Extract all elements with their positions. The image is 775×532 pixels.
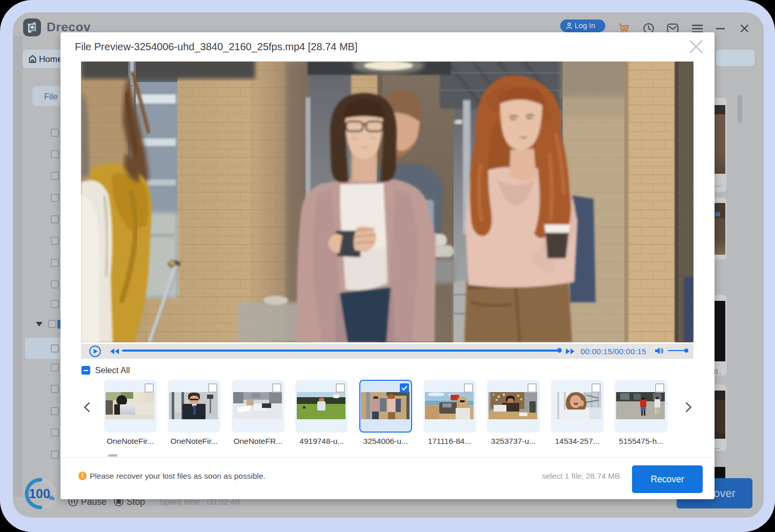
svg-text:100: 100 [29,486,50,501]
svg-text:%: % [48,494,54,502]
